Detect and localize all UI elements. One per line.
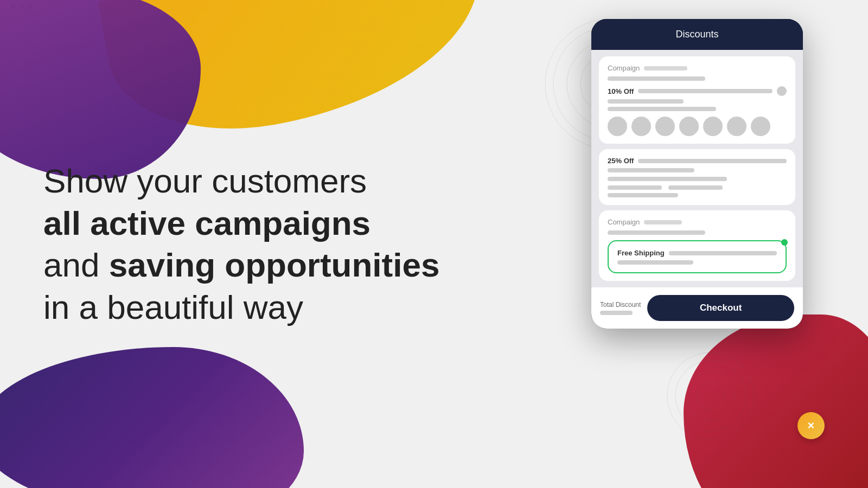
discount-25-label: 25% Off [608,157,634,165]
wave-purple [0,0,201,179]
skeleton-shipping-desc [617,260,693,265]
headline-line4: in a beautiful way [43,286,450,329]
skeleton-col-1 [608,185,662,190]
free-shipping-label: Free Shipping [617,249,665,257]
toggle-off[interactable] [777,86,787,96]
discount-10-label: 10% Off [608,87,634,95]
avatar-7 [751,117,770,136]
campaign-card-2: 25% Off [599,149,795,205]
phone-header-title: Discounts [675,29,718,40]
headline: Show your customers all active campaigns… [43,160,450,328]
campaign-label-3: Compaign [608,218,787,226]
avatar-2 [631,117,651,136]
skeleton-campaign-3 [608,230,705,235]
total-discount-value [600,311,633,315]
discount-row-10: 10% Off [608,86,787,96]
headline-text-4: saving opportunities [109,246,440,284]
skeleton-desc-2 [608,107,716,111]
skeleton-desc-1 [608,99,684,104]
skeleton-fill-2 [638,159,787,163]
campaign-card-3: Compaign Free Shipping [599,210,795,281]
campaign-card-1: Compaign 10% Off [599,56,795,144]
left-content: Show your customers all active campaigns… [43,160,450,328]
skeleton-bar [644,66,687,70]
green-active-dot [781,239,788,246]
headline-text-2: all active campaigns [43,204,371,242]
discount-row-25: 25% Off [608,157,787,165]
headline-line1: Show your customers [43,160,450,202]
phone-footer: Total Discount Checkout [591,287,803,329]
skeleton-col-2 [668,185,723,190]
avatar-row-1 [608,117,787,136]
skeleton-fill [638,89,773,93]
headline-text-5: in a beautiful way [43,288,303,326]
avatar-1 [608,117,627,136]
close-icon: × [808,419,815,433]
phone-mockup: Discounts Compaign 10% Off [591,19,803,329]
total-discount-area: Total Discount [600,301,641,315]
line-art-bottom [662,347,760,445]
close-float-button[interactable]: × [797,412,825,439]
phone-body: Compaign 10% Off [591,50,803,287]
campaign-label-1: Compaign [608,64,787,72]
headline-text-3: and [43,246,99,284]
headline-line2: all active campaigns [43,202,450,245]
skeleton-line [608,76,705,81]
free-shipping-card: Free Shipping [608,240,787,273]
skeleton-desc-4 [608,177,727,181]
avatar-6 [727,117,746,136]
headline-line3: and saving opportunities [43,244,450,286]
checkout-button[interactable]: Checkout [647,295,794,321]
phone-header: Discounts [591,19,803,50]
svg-point-5 [697,382,724,409]
avatar-5 [703,117,723,136]
skeleton-desc-5 [608,193,678,197]
wave-bottom-left [0,347,304,488]
headline-text-1: Show your customers [43,162,367,200]
skeleton-bar-3 [644,220,682,224]
avatar-3 [655,117,675,136]
avatar-4 [679,117,699,136]
free-shipping-row: Free Shipping [617,249,777,257]
total-discount-label: Total Discount [600,301,641,309]
skeleton-desc-3 [608,168,694,172]
svg-point-8 [667,352,754,439]
skeleton-fill-3 [669,251,777,255]
svg-point-6 [686,371,735,420]
